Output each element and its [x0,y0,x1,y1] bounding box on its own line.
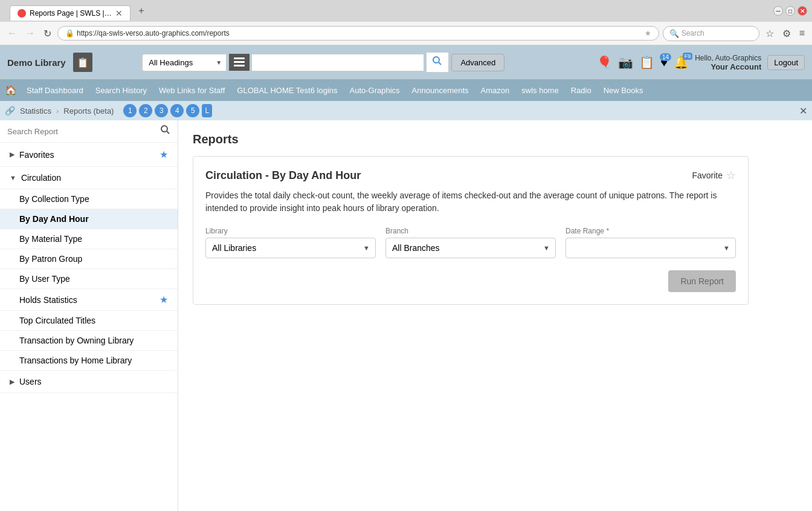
nav-auto-graphics[interactable]: Auto-Graphics [345,82,405,99]
svg-point-3 [433,57,439,63]
nav-search-history[interactable]: Search History [91,82,152,99]
heading-select[interactable]: All Headings Title Author Subject [142,54,227,71]
favorites-star-btn[interactable]: ★ [160,149,168,160]
nav-new-books[interactable]: New Books [599,82,648,99]
window-close-btn[interactable]: ✕ [798,6,807,16]
sidebar-subitem-holds-statistics[interactable]: Holds Statistics ★ [0,289,178,311]
page-btn-5[interactable]: 5 [186,104,199,117]
lists-icon-btn[interactable]: 📋 [639,55,654,70]
url-bar[interactable]: 🔒 https://qa-swls-verso.auto-graphics.co… [57,26,659,41]
sidebar-subitem-by-day-and-hour[interactable]: By Day And Hour [0,209,178,229]
logout-button[interactable]: Logout [767,55,805,70]
search-input[interactable] [252,54,424,71]
sidebar-subitem-top-circulated[interactable]: Top Circulated Titles [0,311,178,331]
report-fields: Library All Libraries ▼ Branch All Branc… [205,227,736,258]
sidebar-subitem-by-patron-group[interactable]: By Patron Group [0,249,178,269]
report-title-row: Circulation - By Day And Hour Favorite ☆ [205,169,736,182]
branch-select[interactable]: All Branches [385,238,556,258]
subitem-by-patron-group-label: By Patron Group [19,254,168,264]
date-range-input[interactable] [566,238,736,258]
main-search-bar: All Headings Title Author Subject ▼ Adva… [142,52,504,73]
sidebar-item-circulation[interactable]: ▼ Circulation [0,167,178,189]
home-icon[interactable]: 🏠 [5,85,17,96]
forward-button[interactable]: → [23,27,37,40]
page-btn-2[interactable]: 2 [139,104,152,117]
nav-swls-home[interactable]: swls home [517,82,563,99]
page-heading: Reports [193,132,798,146]
advanced-button[interactable]: Advanced [451,54,504,71]
address-bar-row: ← → ↻ 🔒 https://qa-swls-verso.auto-graph… [0,22,812,45]
sidebar-subitem-transaction-owning[interactable]: Transaction by Owning Library [0,331,178,351]
window-minimize-btn[interactable]: ─ [773,6,783,16]
breadcrumb-statistics[interactable]: Statistics [20,106,51,116]
refresh-button[interactable]: ↻ [41,27,54,41]
sidebar-item-favorites[interactable]: ▶ Favorites ★ [0,143,178,167]
subitem-by-collection-type-label: By Collection Type [19,194,168,204]
report-card: Circulation - By Day And Hour Favorite ☆… [193,156,749,305]
nav-staff-dashboard[interactable]: Staff Dashboard [22,82,88,99]
page-btn-4[interactable]: 4 [170,104,184,117]
bell-icon-btn[interactable]: 🔔 F9 [674,55,689,70]
subitem-by-user-type-label: By User Type [19,274,168,284]
holds-statistics-star-btn[interactable]: ★ [160,294,168,305]
sidebar-search-input[interactable] [7,127,157,136]
library-select[interactable]: All Libraries [205,238,376,258]
breadcrumb-close-button[interactable]: ✕ [799,105,807,117]
page-btn-l[interactable]: L [202,104,212,117]
library-field-label: Library [205,227,376,235]
chevron-right-icon: ▶ [10,151,14,158]
run-report-button[interactable]: Run Report [668,270,736,292]
browser-search-placeholder: Search [682,29,704,37]
sidebar-search-button[interactable] [161,125,170,137]
browser-search-box[interactable]: 🔍 Search [663,26,759,41]
header-icons: 🎈 📷 📋 ♥ 14 🔔 F9 Hello, Auto-Graphics You… [597,54,805,71]
nav-web-links[interactable]: Web Links for Staff [154,82,230,99]
nav-global-home[interactable]: GLOBAL HOME Test6 logins [232,82,342,99]
bookmark-btn[interactable]: ☆ [763,27,776,41]
heart-icon-btn[interactable]: ♥ 14 [660,56,668,70]
subitem-top-circulated-label: Top Circulated Titles [19,316,168,325]
sidebar-item-users[interactable]: ▶ Users [0,371,178,393]
nav-radio[interactable]: Radio [566,82,596,99]
window-maximize-btn[interactable]: □ [785,6,795,16]
nav-announcements[interactable]: Announcements [407,82,474,99]
page-btn-1[interactable]: 1 [123,104,137,117]
extensions-btn[interactable]: ⚙ [780,27,793,41]
subitem-holds-statistics-label: Holds Statistics [19,295,160,305]
content-area: Reports Circulation - By Day And Hour Fa… [178,120,812,511]
browser-tab[interactable]: Reports Page | SWLS | SWLS | A... ✕ [10,5,130,21]
report-title: Circulation - By Day And Hour [205,169,361,182]
balloon-icon-btn[interactable]: 🎈 [597,55,612,70]
app-header: Demo Library 📋 All Headings Title Author… [0,45,812,79]
nav-amazon[interactable]: Amazon [476,82,515,99]
heading-select-wrapper: All Headings Title Author Subject ▼ [142,54,227,71]
subitem-transactions-home-label: Transactions by Home Library [19,356,168,365]
pagination-buttons: 1 2 3 4 5 L [123,104,212,117]
app-icon: 📋 [73,53,92,72]
favorite-button[interactable]: Favorite ☆ [692,169,736,182]
subitem-transaction-owning-label: Transaction by Owning Library [19,336,168,345]
breadcrumb-bar: 🔗 Statistics › Reports (beta) 1 2 3 4 5 … [0,101,812,120]
page-btn-3[interactable]: 3 [155,104,168,117]
tab-close-btn[interactable]: ✕ [115,8,123,18]
stack-icon[interactable] [229,54,250,71]
menu-btn[interactable]: ≡ [797,27,807,40]
sidebar-subitem-transactions-home[interactable]: Transactions by Home Library [0,351,178,371]
sidebar-subitem-by-collection-type[interactable]: By Collection Type [0,189,178,209]
new-tab-button[interactable]: + [134,4,149,18]
account-link[interactable]: Your Account [710,62,761,71]
sidebar-subitem-by-user-type[interactable]: By User Type [0,269,178,289]
favorite-star-icon: ☆ [726,169,736,182]
sidebar-favorites-label: Favorites [19,150,160,160]
breadcrumb-icon: 🔗 [5,106,15,116]
back-button[interactable]: ← [5,27,19,40]
branch-field-group: Branch All Branches ▼ [385,227,556,258]
main-layout: ▶ Favorites ★ ▼ Circulation By Collectio… [0,120,812,511]
svg-line-4 [439,62,441,65]
breadcrumb-reports[interactable]: Reports (beta) [63,106,114,116]
search-button[interactable] [427,52,449,73]
svg-rect-1 [234,61,245,63]
scanner-icon-btn[interactable]: 📷 [618,55,633,70]
hello-text: Hello, Auto-Graphics [695,54,761,62]
sidebar-subitem-by-material-type[interactable]: By Material Type [0,229,178,249]
